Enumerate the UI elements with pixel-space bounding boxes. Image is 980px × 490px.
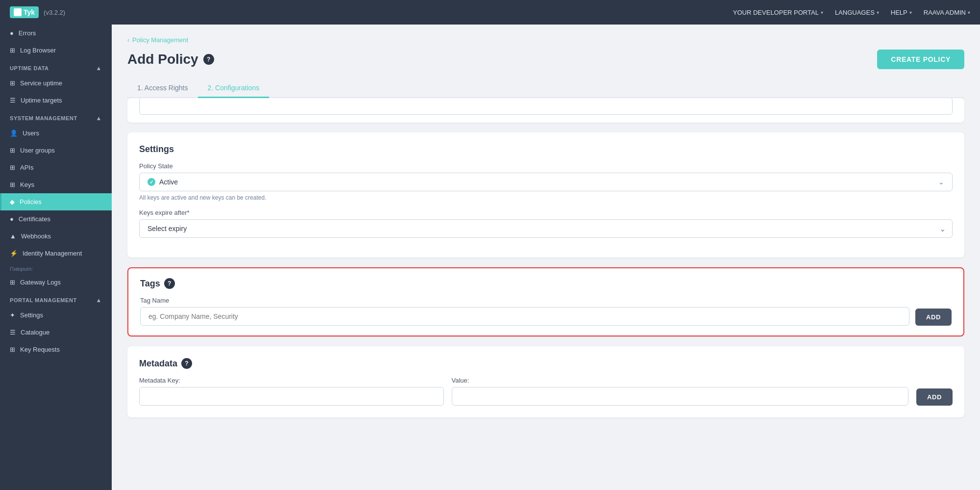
keys-expire-wrapper: Select expiry 1 Hour 24 Hours 7 Days 30 …: [139, 219, 953, 238]
metadata-key-input[interactable]: [139, 387, 444, 406]
metadata-help-icon[interactable]: ?: [181, 358, 192, 369]
sidebar-item-label: Webhooks: [21, 232, 51, 240]
tabs: 1. Access Rights 2. Configurations: [127, 79, 964, 98]
tag-name-label: Tag Name: [140, 297, 909, 304]
sidebar-item-errors[interactable]: ● Errors: [0, 25, 112, 42]
layout: ● Errors ⊞ Log Browser Uptime Data ▲ ⊞ S…: [0, 25, 980, 490]
apis-icon: ⊞: [10, 164, 15, 171]
truncated-card: [127, 98, 964, 123]
metadata-section-title: Metadata: [139, 359, 177, 369]
page-header: Add Policy ? CREATE POLICY: [127, 50, 964, 69]
policy-state-label: Policy State: [139, 162, 953, 170]
tyk-logo-text: Tyk: [24, 8, 35, 16]
nav-help[interactable]: HELP ▾: [891, 9, 912, 16]
tags-card: Tags ? Tag Name ADD: [127, 267, 964, 336]
breadcrumb[interactable]: ‹ Policy Management: [127, 36, 964, 44]
active-dot-icon: [147, 178, 155, 186]
tag-input-group: Tag Name: [140, 297, 909, 326]
sidebar-item-label: Key Requests: [20, 346, 60, 353]
sidebar-section-system-management[interactable]: System Management ▲: [0, 109, 112, 125]
sidebar-item-webhooks[interactable]: ▲ Webhooks: [0, 228, 112, 245]
metadata-key-group: Metadata Key:: [139, 377, 444, 406]
tag-add-button[interactable]: ADD: [915, 309, 952, 326]
sidebar-item-label: Uptime targets: [21, 97, 62, 104]
metadata-key-label: Metadata Key:: [139, 377, 444, 384]
sidebar-item-policies[interactable]: ◆ Policies: [0, 193, 112, 210]
nav-developer-portal[interactable]: YOUR DEVELOPER PORTAL ▾: [733, 9, 823, 16]
breadcrumb-label: Policy Management: [132, 36, 188, 44]
chevron-down-icon: ▾: [821, 10, 823, 15]
user-groups-icon: ⊞: [10, 147, 15, 154]
sidebar-item-gateway-logs[interactable]: ⊞ Gateway Logs: [0, 274, 112, 291]
sidebar-item-label: Gateway Logs: [20, 279, 61, 286]
sidebar-item-uptime-targets[interactable]: ☰ Uptime targets: [0, 92, 112, 109]
sidebar-item-label: Identity Management: [23, 250, 82, 257]
sidebar-item-label: Errors: [19, 29, 36, 37]
metadata-value-label: Value:: [452, 377, 908, 384]
users-icon: 👤: [10, 129, 18, 137]
sidebar-item-label: Log Browser: [20, 47, 56, 54]
key-requests-icon: ⊞: [10, 346, 15, 353]
tags-help-icon[interactable]: ?: [164, 278, 175, 289]
breadcrumb-chevron-icon: ‹: [127, 37, 129, 44]
sidebar-item-label: Certificates: [19, 215, 50, 223]
system-management-toggle-icon: ▲: [96, 115, 102, 122]
sidebar-item-certificates[interactable]: ● Certificates: [0, 210, 112, 228]
metadata-row: Metadata Key: Value: ADD: [139, 377, 953, 406]
sidebar-section-portal-management[interactable]: Portal Management ▲: [0, 291, 112, 307]
chevron-down-icon: ▾: [909, 10, 912, 15]
sidebar-item-label: Users: [23, 129, 39, 137]
sidebar-item-label: Service uptime: [20, 79, 62, 87]
keys-expire-select[interactable]: Select expiry 1 Hour 24 Hours 7 Days 30 …: [139, 219, 953, 238]
keys-expire-label: Keys expire after*: [139, 209, 953, 216]
tyk-logo[interactable]: Tyk: [10, 6, 39, 18]
content-inner: ‹ Policy Management Add Policy ? CREATE …: [112, 25, 980, 439]
sidebar-item-settings[interactable]: ✦ Settings: [0, 307, 112, 324]
truncated-input: [139, 98, 953, 115]
create-policy-button[interactable]: CREATE POLICY: [877, 50, 964, 69]
tag-input-row: Tag Name ADD: [140, 297, 952, 326]
keys-icon: ⊞: [10, 181, 15, 188]
sidebar-item-user-groups[interactable]: ⊞ User groups: [0, 142, 112, 159]
policies-icon: ◆: [10, 198, 15, 206]
nav-languages[interactable]: LANGUAGES ▾: [835, 9, 879, 16]
metadata-title-row: Metadata ?: [139, 358, 953, 369]
policy-state-hint: All keys are active and new keys can be …: [139, 194, 953, 201]
identity-management-icon: ⚡: [10, 250, 18, 257]
nav-admin[interactable]: RAAVA ADMIN ▾: [924, 9, 970, 16]
sidebar-item-service-uptime[interactable]: ⊞ Service uptime: [0, 75, 112, 92]
gateway-logs-icon: ⊞: [10, 279, 15, 286]
говорит-label: Говорит:: [0, 262, 112, 274]
sidebar-item-catalogue[interactable]: ☰ Catalogue: [0, 324, 112, 341]
policy-state-selector[interactable]: Active ⌄: [139, 173, 953, 191]
metadata-value-input[interactable]: [452, 387, 908, 406]
top-nav-left: Tyk (v3.2.2): [10, 6, 65, 18]
sidebar-section-uptime-data[interactable]: Uptime Data ▲: [0, 59, 112, 75]
service-uptime-icon: ⊞: [10, 79, 15, 87]
metadata-value-group: Value:: [452, 377, 908, 406]
metadata-add-button[interactable]: ADD: [916, 388, 953, 406]
main-content: ‹ Policy Management Add Policy ? CREATE …: [112, 25, 980, 490]
chevron-down-icon: ▾: [877, 10, 879, 15]
metadata-card: Metadata ? Metadata Key: Value: ADD: [127, 346, 964, 417]
uptime-data-toggle-icon: ▲: [96, 65, 102, 72]
policy-state-chevron-icon: ⌄: [938, 178, 944, 186]
tab-configurations[interactable]: 2. Configurations: [198, 79, 270, 98]
log-browser-icon: ⊞: [10, 47, 15, 54]
settings-card: Settings Policy State Active ⌄ All keys …: [127, 132, 964, 258]
sidebar-item-log-browser[interactable]: ⊞ Log Browser: [0, 42, 112, 59]
sidebar-item-label: Policies: [20, 198, 42, 206]
sidebar-item-users[interactable]: 👤 Users: [0, 125, 112, 142]
sidebar-item-key-requests[interactable]: ⊞ Key Requests: [0, 341, 112, 358]
sidebar-item-identity-management[interactable]: ⚡ Identity Management: [0, 245, 112, 262]
keys-expire-group: Keys expire after* Select expiry 1 Hour …: [139, 209, 953, 238]
help-icon[interactable]: ?: [203, 54, 214, 65]
tag-name-input[interactable]: [140, 307, 909, 326]
uptime-targets-icon: ☰: [10, 97, 16, 104]
sidebar-item-apis[interactable]: ⊞ APIs: [0, 159, 112, 176]
sidebar-item-keys[interactable]: ⊞ Keys: [0, 176, 112, 193]
tab-access-rights[interactable]: 1. Access Rights: [127, 79, 198, 98]
settings-section-title: Settings: [139, 144, 953, 155]
errors-icon: ●: [10, 29, 14, 37]
portal-management-toggle-icon: ▲: [96, 297, 102, 304]
